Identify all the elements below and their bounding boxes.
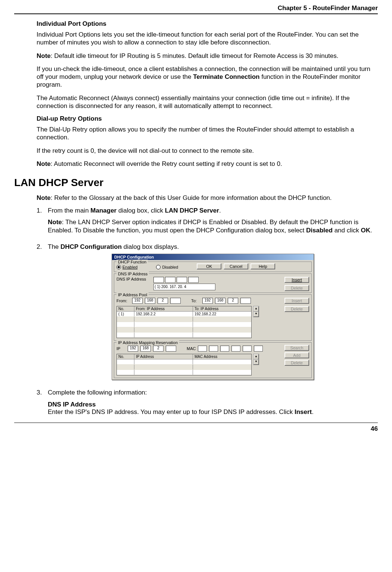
group-label: IP Address Pool — [116, 293, 149, 297]
ip-octet-input[interactable]: 2 — [228, 298, 238, 304]
scrollbar[interactable]: ▲ ▼ — [253, 306, 259, 317]
list-item: 3. Complete the following information: D… — [37, 389, 378, 416]
scroll-up-icon[interactable]: ▲ — [253, 306, 259, 312]
ip-octet-input[interactable]: 192 — [128, 346, 138, 352]
enabled-radio[interactable]: Enabled — [116, 265, 137, 269]
individual-port-options-heading: Individual Port Options — [37, 20, 378, 28]
table-header: No. IP Address MAC Address — [117, 354, 251, 359]
body-text: If the retry count is 0, the device will… — [37, 147, 378, 155]
insert-button[interactable]: Insert — [284, 277, 309, 283]
dns-ip-address-heading: DNS IP Address — [48, 401, 378, 408]
delete-button[interactable]: Delete — [284, 360, 309, 366]
dns-ip-label: DNS IP Address — [116, 277, 146, 281]
ip-octet-input[interactable]: 168 — [215, 298, 225, 304]
mac-octet-input[interactable] — [220, 346, 229, 352]
to-label: To: — [191, 299, 200, 303]
ip-octet-input[interactable] — [188, 277, 199, 283]
disabled-radio[interactable]: Disabled — [156, 265, 178, 269]
ip-mapping-table: No. IP Address MAC Address — [116, 354, 252, 375]
ok-button[interactable]: OK — [197, 263, 221, 269]
body-text: Individual Port Options lets you set the… — [37, 31, 378, 47]
ip-octet-input[interactable] — [153, 277, 164, 283]
list-number: 3. — [37, 389, 48, 416]
dialup-retry-heading: Dial-up Retry Options — [37, 115, 378, 123]
ip-label: IP — [116, 346, 125, 351]
table-row — [117, 365, 251, 370]
ip-octet-input[interactable] — [240, 298, 251, 304]
table-row — [117, 327, 251, 333]
mac-octet-input[interactable] — [209, 346, 218, 352]
dialog-title: DHCP Configuration — [112, 254, 314, 260]
body-text: The Automatic Reconnect (Always connect)… — [37, 94, 378, 110]
ip-pool-group: IP Address Pool Insert Delete From: 192 … — [114, 294, 312, 341]
mac-octet-input[interactable] — [231, 346, 240, 352]
search-button[interactable]: Search — [284, 345, 309, 351]
header-rule — [14, 13, 378, 14]
body-text: Enter the ISP's DNS IP address. You may … — [48, 408, 378, 416]
mac-label: MAC — [187, 346, 196, 351]
insert-button[interactable]: Insert — [284, 298, 309, 304]
table-row — [117, 317, 251, 322]
dns-ip-group: DNS IP Address Insert Delete DNS IP Addr… — [114, 273, 312, 293]
ip-pool-table: No. From: IP Address To: IP Address ( 1)… — [116, 306, 252, 338]
page-number: 46 — [14, 425, 378, 433]
delete-button[interactable]: Delete — [284, 285, 309, 291]
footer-rule — [14, 423, 378, 423]
list-item: 2. The DHCP Configuration dialog box dis… — [37, 243, 378, 385]
lan-dhcp-server-heading: LAN DHCP Server — [14, 177, 378, 189]
ip-octet-input[interactable] — [177, 277, 187, 283]
table-row — [117, 359, 251, 365]
body-text: If you un-check the idle-timeout, once a… — [37, 65, 378, 89]
list-item: 1. From the main Manager dialog box, cli… — [37, 207, 378, 239]
from-label: From: — [116, 299, 130, 303]
ip-octet-input[interactable]: 2 — [153, 346, 164, 352]
help-button[interactable]: Help — [251, 263, 275, 269]
ip-octet-input[interactable] — [170, 298, 181, 304]
group-label: DHCP Function — [116, 260, 148, 264]
table-row[interactable]: ( 1) 192.168.2.2 192.168.2.22 — [117, 312, 251, 317]
body-text: Note: Default idle timeout for IP Routin… — [37, 52, 378, 60]
list-number: 2. — [37, 243, 48, 385]
ip-mapping-group: IP Address Mapping Reservation Search Ad… — [114, 342, 312, 378]
delete-button[interactable]: Delete — [284, 306, 309, 312]
mac-octet-input[interactable] — [243, 346, 252, 352]
ip-octet-input[interactable]: 168 — [145, 298, 155, 304]
dns-list[interactable]: ( 1) 200. 167. 20. 4 — [153, 284, 215, 290]
group-label: IP Address Mapping Reservation — [116, 340, 179, 345]
scroll-up-icon[interactable]: ▲ — [253, 354, 259, 359]
scroll-down-icon[interactable]: ▼ — [253, 312, 259, 317]
ip-octet-input[interactable] — [166, 346, 176, 352]
radio-dot-icon — [156, 265, 161, 269]
ip-octet-input[interactable]: 192 — [132, 298, 143, 304]
list-number: 1. — [37, 207, 48, 239]
body-text: Note: Refer to the Glossary at the back … — [37, 194, 378, 202]
radio-dot-icon — [116, 265, 121, 269]
table-header: No. From: IP Address To: IP Address — [117, 306, 251, 312]
cancel-button[interactable]: Cancel — [224, 263, 248, 269]
mac-octet-input[interactable] — [254, 346, 263, 352]
scroll-down-icon[interactable]: ▼ — [253, 359, 259, 365]
ip-octet-input[interactable]: 192 — [202, 298, 213, 304]
body-text: Note: The LAN DHCP Server option indicat… — [48, 218, 378, 234]
mac-octet-input[interactable] — [198, 346, 207, 352]
dhcp-function-group: DHCP Function Enabled Disabled OK Cancel… — [114, 262, 312, 272]
table-row — [117, 370, 251, 375]
ip-octet-input[interactable] — [165, 277, 175, 283]
add-button[interactable]: Add — [284, 352, 309, 358]
table-row — [117, 322, 251, 327]
ip-octet-input[interactable]: 168 — [140, 346, 151, 352]
ip-octet-input[interactable]: 2 — [158, 298, 168, 304]
group-label: DNS IP Address — [116, 272, 149, 276]
table-row — [117, 333, 251, 338]
dhcp-configuration-dialog: DHCP Configuration DHCP Function Enabled… — [112, 254, 314, 380]
chapter-header: Chapter 5 - RouteFinder Manager — [14, 4, 378, 12]
body-text: The Dial-Up Retry option allows you to s… — [37, 126, 378, 142]
scrollbar[interactable]: ▲ ▼ — [253, 354, 259, 365]
body-text: Note: Automatic Reconnect will override … — [37, 160, 378, 168]
